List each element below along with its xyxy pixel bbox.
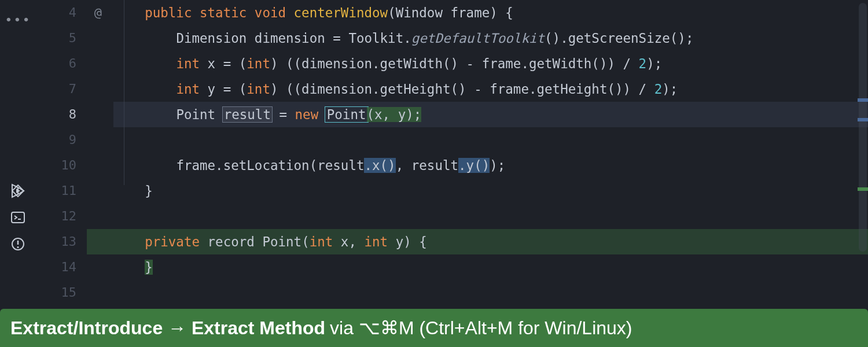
line-number[interactable]: 14 xyxy=(36,254,87,280)
code-line-added[interactable]: private record Point(int x, int y) { xyxy=(113,229,868,254)
code-line-empty[interactable] xyxy=(113,204,868,229)
svg-point-7 xyxy=(17,246,19,248)
scroll-marker[interactable] xyxy=(858,118,868,121)
line-number[interactable]: 6 xyxy=(36,51,87,76)
terminal-icon[interactable] xyxy=(10,210,25,225)
code-line[interactable]: public static void centerWindow(Window f… xyxy=(113,0,868,25)
tool-gutter: ••• xyxy=(0,0,36,347)
scroll-marker[interactable] xyxy=(858,98,868,102)
problems-icon[interactable] xyxy=(10,237,25,252)
code-line[interactable]: int x = (int) ((dimension.getWidth() - f… xyxy=(113,51,868,76)
line-number-gutter: 4@ 5 6 7 8 9 10 11 12 13 14 15 xyxy=(36,0,87,347)
code-line-empty[interactable] xyxy=(113,280,868,305)
editor-container: ••• 4@ 5 6 7 8 9 10 11 12 13 14 15 publi… xyxy=(0,0,868,347)
line-number[interactable]: 5 xyxy=(36,25,87,51)
refactor-type-box[interactable]: Point xyxy=(325,106,369,123)
line-number[interactable]: 11 xyxy=(36,178,87,204)
line-number[interactable]: 7 xyxy=(36,76,87,102)
line-number[interactable]: 10 xyxy=(36,153,87,178)
usage-highlight: .x() xyxy=(364,158,395,173)
code-editor[interactable]: public static void centerWindow(Window f… xyxy=(87,0,868,347)
usage-highlight: .y() xyxy=(458,158,490,173)
line-number-current[interactable]: 8 xyxy=(36,102,87,127)
code-line[interactable]: frame.setLocation(result.x(), result.y()… xyxy=(113,153,868,178)
scroll-marker[interactable] xyxy=(858,187,868,191)
code-line[interactable]: } xyxy=(113,178,868,204)
code-line-current[interactable]: Point result = new Point(x, y); xyxy=(113,102,868,127)
line-number[interactable]: 9 xyxy=(36,127,87,153)
line-number[interactable]: 12 xyxy=(36,204,87,229)
code-line[interactable]: int y = (int) ((dimension.getHeight() - … xyxy=(113,76,868,102)
tip-banner: Extract/Introduce → Extract Method via ⌥… xyxy=(0,309,868,347)
code-line-empty[interactable] xyxy=(113,127,868,153)
refactor-variable-box[interactable]: result xyxy=(222,106,273,123)
scrollbar[interactable] xyxy=(859,3,867,252)
code-line[interactable]: Dimension dimension = Toolkit.getDefault… xyxy=(113,25,868,51)
tip-shortcut: via ⌥⌘M (Ctrl+Alt+M for Win/Linux) xyxy=(330,317,632,339)
run-icon[interactable] xyxy=(10,183,25,198)
line-number[interactable]: 4@ xyxy=(36,0,87,25)
code-line-added[interactable]: } xyxy=(113,254,868,280)
svg-rect-3 xyxy=(12,212,24,223)
line-number[interactable]: 13 xyxy=(36,229,87,254)
more-icon[interactable]: ••• xyxy=(5,13,31,27)
tip-action: Extract/Introduce → Extract Method xyxy=(10,318,325,339)
line-number[interactable]: 15 xyxy=(36,280,87,305)
